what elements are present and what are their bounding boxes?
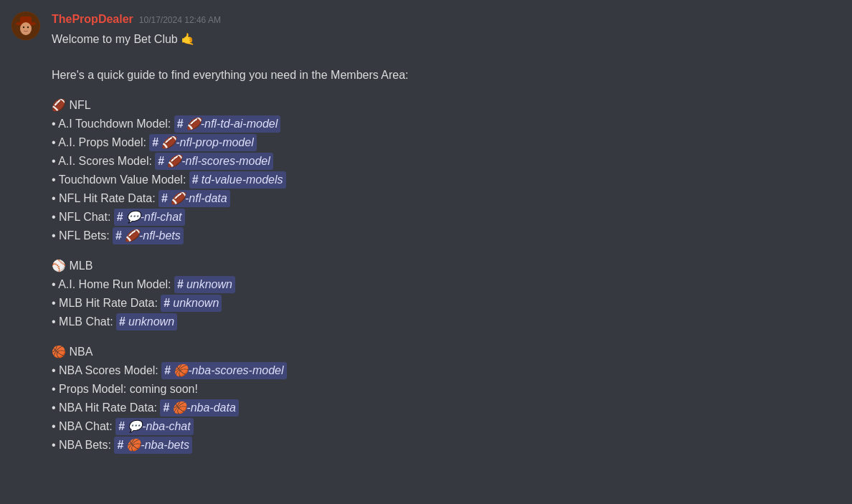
channel-nba-bets[interactable]: # 🏀-nba-bets [114,437,192,454]
nba-item-2: • Props Model: coming soon! [52,380,841,399]
welcome-line: Welcome to my Bet Club 🤙 [52,30,841,49]
channel-nfl-scores-model[interactable]: # 🏈-nfl-scores-model [155,153,273,170]
nfl-item-7: • NFL Bets: # 🏈-nfl-bets [52,227,841,245]
channel-nfl-bets[interactable]: # 🏈-nfl-bets [113,227,184,244]
nfl-item-4: • Touchdown Value Model: # td-value-mode… [52,171,841,189]
nfl-item-3: • A.I. Scores Model: # 🏈-nfl-scores-mode… [52,152,841,171]
svg-point-3 [20,22,32,35]
channel-nfl-td-ai-model[interactable]: # 🏈-nfl-td-ai-model [174,115,281,133]
channel-mlb-chat[interactable]: # unknown [116,313,177,331]
mlb-item-1: • A.I. Home Run Model: # unknown [52,275,841,294]
channel-nba-scores-model[interactable]: # 🏀-nba-scores-model [161,362,286,379]
nfl-header: 🏈 NFL [52,96,841,115]
nfl-item-6: • NFL Chat: # 💬-nfl-chat [52,208,841,227]
nfl-item-2: • A.I. Props Model: # 🏈-nfl-prop-model [52,133,841,152]
nba-item-4: • NBA Chat: # 💬-nba-chat [52,417,841,436]
nfl-section: 🏈 NFL • A.I Touchdown Model: # 🏈-nfl-td-… [52,96,841,245]
channel-nfl-chat[interactable]: # 💬-nfl-chat [114,209,185,226]
nba-item-1: • NBA Scores Model: # 🏀-nba-scores-model [52,361,841,380]
svg-point-5 [27,27,29,28]
username: ThePropDealer [52,11,133,27]
channel-nba-chat[interactable]: # 💬-nba-chat [115,418,194,435]
nfl-item-5: • NFL Hit Rate Data: # 🏈-nfl-data [52,189,841,208]
nba-item-5: • NBA Bets: # 🏀-nba-bets [52,436,841,455]
svg-point-4 [23,27,24,28]
message-body: Welcome to my Bet Club 🤙 Here's a quick … [52,30,841,455]
avatar [11,11,40,40]
channel-nfl-prop-model[interactable]: # 🏈-nfl-prop-model [149,134,256,151]
nba-section: 🏀 NBA • NBA Scores Model: # 🏀-nba-scores… [52,343,841,455]
timestamp: 10/17/2024 12:46 AM [139,14,221,27]
channel-nfl-data[interactable]: # 🏈-nfl-data [158,190,230,207]
mlb-item-2: • MLB Hit Rate Data: # unknown [52,294,841,313]
channel-mlb-hitrate[interactable]: # unknown [161,295,222,312]
channel-mlb-homerun[interactable]: # unknown [174,276,235,293]
avatar-image [11,11,40,40]
message-content: ThePropDealer 10/17/2024 12:46 AM Welcom… [52,11,841,455]
message-header: ThePropDealer 10/17/2024 12:46 AM [52,11,841,27]
nfl-item-1: • A.I Touchdown Model: # 🏈-nfl-td-ai-mod… [52,115,841,133]
nba-header: 🏀 NBA [52,343,841,361]
mlb-section: ⚾ MLB • A.I. Home Run Model: # unknown •… [52,257,841,331]
nba-item-3: • NBA Hit Rate Data: # 🏀-nba-data [52,399,841,417]
message-container: ThePropDealer 10/17/2024 12:46 AM Welcom… [0,0,852,466]
channel-td-value-models[interactable]: # td-value-models [189,171,286,189]
mlb-item-3: • MLB Chat: # unknown [52,313,841,331]
guide-line: Here's a quick guide to find everything … [52,66,841,85]
mlb-header: ⚾ MLB [52,257,841,275]
channel-nba-data[interactable]: # 🏀-nba-data [160,399,238,417]
